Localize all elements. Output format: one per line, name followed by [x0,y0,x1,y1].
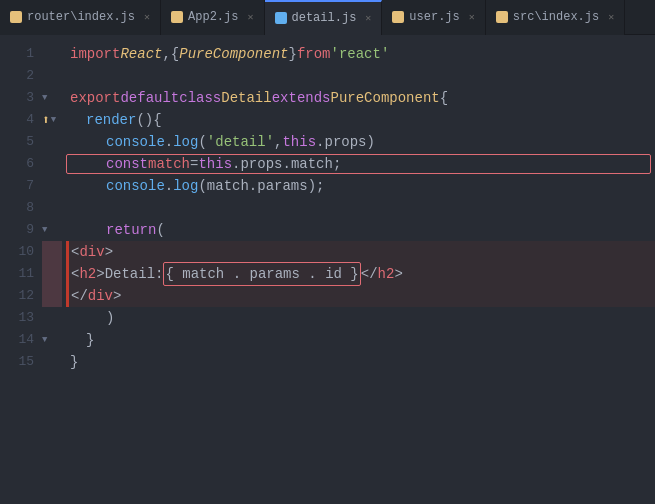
token-brace-render-close: } [86,329,94,351]
tab-icon-src [496,11,508,23]
token-export: export [70,87,120,109]
token-eq: = [190,153,198,175]
gutter-15 [42,351,62,373]
token-match3: match [207,175,249,197]
token-detail-text: Detail: [105,263,164,285]
code-line-3: export default class Detail extends Pure… [66,87,655,109]
token-brace-close: } [288,43,296,65]
tab-close-app2[interactable]: ✕ [247,11,253,23]
token-extends: extends [272,87,331,109]
token-gt2: > [96,263,104,285]
tab-label-detail: detail.js [292,11,357,25]
token-dot4: . [282,153,290,175]
app-container: router\index.js ✕ App2.js ✕ detail.js ✕ … [0,0,655,504]
token-gt4: > [113,285,121,307]
token-this2: this [198,153,232,175]
tab-close-router[interactable]: ✕ [144,11,150,23]
token-paren3: ( [198,175,206,197]
gutter-9: ▼ [42,219,62,241]
fold-arrow-3[interactable]: ▼ [42,93,47,103]
token-match2: match [291,153,333,175]
gutter-13 [42,307,62,329]
gutter-8 [42,197,62,219]
token-paren4: ) [308,175,316,197]
tab-src-index[interactable]: src\index.js ✕ [486,0,625,35]
code-line-5: console . log ( 'detail' , this . props … [66,131,655,153]
token-div1: div [79,241,104,263]
gutter-1 [42,43,62,65]
token-dot6: . [249,175,257,197]
code-content[interactable]: import React , { PureComponent } from 'r… [62,35,655,504]
code-line-14: } [66,329,655,351]
line-num-5: 5 [0,131,34,153]
token-paren-open: () [136,109,153,131]
gutter-11 [42,263,62,285]
line-num-9: 9 [0,219,34,241]
tab-icon-user [392,11,404,23]
line-num-8: 8 [0,197,34,219]
token-lt1: < [71,241,79,263]
gutter-10 [42,241,62,263]
gutter-5 [42,131,62,153]
token-render: render [86,109,136,131]
token-paren1: ( [198,131,206,153]
token-params1: params [257,175,307,197]
tab-icon-router [10,11,22,23]
token-detail: Detail [221,87,271,109]
token-lt4: </ [71,285,88,307]
token-comma: , [162,43,170,65]
tab-icon-app2 [171,11,183,23]
token-cbrace-open: { [440,87,448,109]
token-paren2: ) [367,131,375,153]
token-log1: log [173,131,198,153]
tab-icon-detail [275,12,287,24]
line-num-15: 15 [0,351,34,373]
line-num-3: 3 [0,87,34,109]
line-num-6: 6 [0,153,34,175]
gutter-3: ▼ [42,87,62,109]
tab-bar: router\index.js ✕ App2.js ✕ detail.js ✕ … [0,0,655,35]
tab-app2[interactable]: App2.js ✕ [161,0,264,35]
gutter-4: ⬆ ▼ [42,109,62,131]
tab-label-src: src\index.js [513,10,599,24]
gutter-7 [42,175,62,197]
tab-detail[interactable]: detail.js ✕ [265,0,383,35]
tab-close-user[interactable]: ✕ [469,11,475,23]
line-numbers: 1 2 3 4 5 6 7 8 9 10 11 12 13 14 15 [0,35,42,504]
tab-close-src[interactable]: ✕ [608,11,614,23]
token-semi1: ; [333,153,341,175]
token-semi2: ; [316,175,324,197]
fold-arrow-9[interactable]: ▼ [42,225,47,235]
token-dot7: . [233,266,241,282]
token-dot8: . [308,266,316,282]
tab-user[interactable]: user.js ✕ [382,0,485,35]
token-log2: log [173,175,198,197]
token-gt1: > [105,241,113,263]
fold-arrow-14[interactable]: ▼ [42,335,47,345]
token-div-close: div [88,285,113,307]
token-purecomp2: PureComponent [330,87,439,109]
line-num-12: 12 [0,285,34,307]
gutter: ▼ ⬆ ▼ ▼ [42,35,62,504]
token-dot2: . [316,131,324,153]
tab-router-index[interactable]: router\index.js ✕ [0,0,161,35]
code-line-10: < div > [66,241,655,263]
editor: 1 2 3 4 5 6 7 8 9 10 11 12 13 14 15 [0,35,655,504]
token-dot1: . [165,131,173,153]
match-params-highlight: { match . params . id } [163,262,360,286]
token-params2: params [249,266,299,282]
line-num-4: 4 [0,109,34,131]
token-dot3: . [232,153,240,175]
token-brace-render: { [153,109,161,131]
token-brace-open: { [171,43,179,65]
token-default: default [120,87,179,109]
token-brace-class-close: } [70,351,78,373]
token-cbrace2: } [350,266,358,282]
gutter-6 [42,153,62,175]
line-num-7: 7 [0,175,34,197]
fold-arrow-4[interactable]: ▼ [51,115,56,125]
tab-close-detail[interactable]: ✕ [365,12,371,24]
token-props1: props [324,131,366,153]
line-num-2: 2 [0,65,34,87]
line-num-13: 13 [0,307,34,329]
